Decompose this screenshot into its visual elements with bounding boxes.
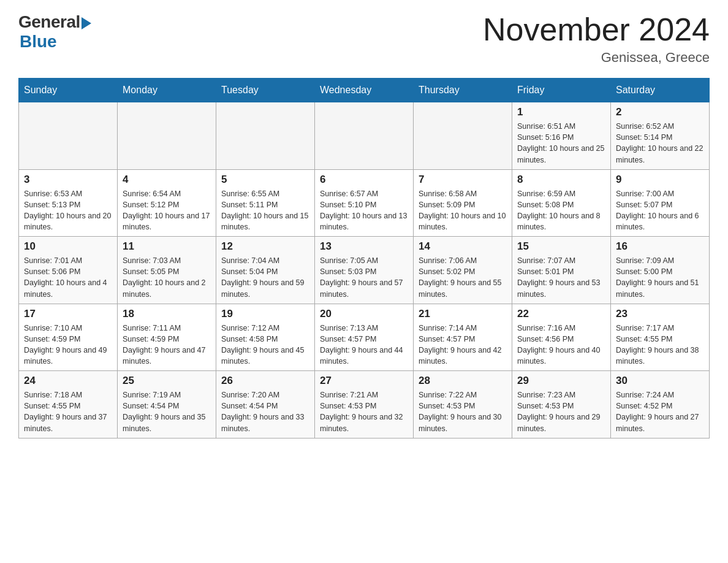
day-number: 23 <box>616 308 704 320</box>
day-info: Sunrise: 7:10 AM Sunset: 4:59 PM Dayligh… <box>24 323 112 367</box>
day-info: Sunrise: 7:13 AM Sunset: 4:57 PM Dayligh… <box>320 323 408 367</box>
day-number: 27 <box>320 375 408 387</box>
day-number: 5 <box>221 174 309 186</box>
weekday-header-thursday: Thursday <box>414 79 512 102</box>
calendar-cell: 8Sunrise: 6:59 AM Sunset: 5:08 PM Daylig… <box>512 169 611 237</box>
day-number: 15 <box>517 240 605 253</box>
day-info: Sunrise: 7:24 AM Sunset: 4:52 PM Dayligh… <box>616 389 704 434</box>
day-info: Sunrise: 7:01 AM Sunset: 5:06 PM Dayligh… <box>24 255 112 300</box>
calendar-cell: 12Sunrise: 7:04 AM Sunset: 5:04 PM Dayli… <box>216 237 315 304</box>
day-info: Sunrise: 7:04 AM Sunset: 5:04 PM Dayligh… <box>221 255 309 300</box>
day-info: Sunrise: 7:05 AM Sunset: 5:03 PM Dayligh… <box>320 255 408 300</box>
calendar-cell: 15Sunrise: 7:07 AM Sunset: 5:01 PM Dayli… <box>512 237 611 304</box>
calendar-week-1: 1Sunrise: 6:51 AM Sunset: 5:16 PM Daylig… <box>19 102 710 170</box>
calendar-cell: 18Sunrise: 7:11 AM Sunset: 4:59 PM Dayli… <box>118 304 216 371</box>
day-number: 16 <box>616 240 704 253</box>
day-number: 3 <box>24 174 112 186</box>
day-info: Sunrise: 6:52 AM Sunset: 5:14 PM Dayligh… <box>616 121 704 166</box>
day-info: Sunrise: 7:12 AM Sunset: 4:58 PM Dayligh… <box>221 323 309 367</box>
calendar-cell: 2Sunrise: 6:52 AM Sunset: 5:14 PM Daylig… <box>611 102 710 170</box>
weekday-header-tuesday: Tuesday <box>216 79 315 102</box>
day-info: Sunrise: 7:14 AM Sunset: 4:57 PM Dayligh… <box>419 323 507 367</box>
day-number: 12 <box>221 240 309 253</box>
calendar-cell <box>414 102 512 170</box>
calendar-table: SundayMondayTuesdayWednesdayThursdayFrid… <box>18 78 710 439</box>
calendar-location: Genissea, Greece <box>483 50 710 66</box>
day-number: 6 <box>320 174 408 186</box>
day-number: 11 <box>123 240 211 253</box>
day-info: Sunrise: 6:54 AM Sunset: 5:12 PM Dayligh… <box>123 188 211 233</box>
day-number: 8 <box>517 174 605 186</box>
calendar-cell: 3Sunrise: 6:53 AM Sunset: 5:13 PM Daylig… <box>19 169 118 237</box>
day-info: Sunrise: 7:07 AM Sunset: 5:01 PM Dayligh… <box>517 255 605 300</box>
calendar-cell <box>19 102 118 170</box>
day-number: 28 <box>419 375 507 387</box>
calendar-cell: 13Sunrise: 7:05 AM Sunset: 5:03 PM Dayli… <box>315 237 414 304</box>
weekday-header-wednesday: Wednesday <box>315 79 414 102</box>
day-number: 30 <box>616 375 704 387</box>
title-block: November 2024 Genissea, Greece <box>483 12 710 66</box>
day-number: 1 <box>517 106 605 118</box>
calendar-week-2: 3Sunrise: 6:53 AM Sunset: 5:13 PM Daylig… <box>19 169 710 237</box>
day-number: 17 <box>24 308 112 320</box>
day-info: Sunrise: 7:22 AM Sunset: 4:53 PM Dayligh… <box>419 389 507 434</box>
calendar-cell: 22Sunrise: 7:16 AM Sunset: 4:56 PM Dayli… <box>512 304 611 371</box>
calendar-cell: 1Sunrise: 6:51 AM Sunset: 5:16 PM Daylig… <box>512 102 611 170</box>
day-info: Sunrise: 7:06 AM Sunset: 5:02 PM Dayligh… <box>419 255 507 300</box>
page-header: General Blue November 2024 Genissea, Gre… <box>18 12 710 66</box>
day-info: Sunrise: 6:53 AM Sunset: 5:13 PM Dayligh… <box>24 188 112 233</box>
calendar-week-4: 17Sunrise: 7:10 AM Sunset: 4:59 PM Dayli… <box>19 304 710 371</box>
calendar-week-5: 24Sunrise: 7:18 AM Sunset: 4:55 PM Dayli… <box>19 371 710 439</box>
calendar-cell: 26Sunrise: 7:20 AM Sunset: 4:54 PM Dayli… <box>216 371 315 439</box>
calendar-cell: 4Sunrise: 6:54 AM Sunset: 5:12 PM Daylig… <box>118 169 216 237</box>
day-number: 4 <box>123 174 211 186</box>
calendar-cell: 25Sunrise: 7:19 AM Sunset: 4:54 PM Dayli… <box>118 371 216 439</box>
logo: General Blue <box>18 12 91 52</box>
day-info: Sunrise: 7:16 AM Sunset: 4:56 PM Dayligh… <box>517 323 605 367</box>
day-info: Sunrise: 6:59 AM Sunset: 5:08 PM Dayligh… <box>517 188 605 233</box>
weekday-row: SundayMondayTuesdayWednesdayThursdayFrid… <box>19 79 710 102</box>
calendar-cell: 29Sunrise: 7:23 AM Sunset: 4:53 PM Dayli… <box>512 371 611 439</box>
day-info: Sunrise: 7:23 AM Sunset: 4:53 PM Dayligh… <box>517 389 605 434</box>
calendar-week-3: 10Sunrise: 7:01 AM Sunset: 5:06 PM Dayli… <box>19 237 710 304</box>
logo-general-text: General <box>18 12 80 32</box>
day-number: 18 <box>123 308 211 320</box>
logo-arrow-icon <box>82 17 91 29</box>
day-number: 22 <box>517 308 605 320</box>
day-number: 24 <box>24 375 112 387</box>
day-number: 13 <box>320 240 408 253</box>
day-info: Sunrise: 6:55 AM Sunset: 5:11 PM Dayligh… <box>221 188 309 233</box>
day-number: 20 <box>320 308 408 320</box>
day-number: 14 <box>419 240 507 253</box>
day-number: 26 <box>221 375 309 387</box>
day-info: Sunrise: 6:58 AM Sunset: 5:09 PM Dayligh… <box>419 188 507 233</box>
day-number: 2 <box>616 106 704 118</box>
calendar-cell: 5Sunrise: 6:55 AM Sunset: 5:11 PM Daylig… <box>216 169 315 237</box>
weekday-header-saturday: Saturday <box>611 79 710 102</box>
calendar-body: 1Sunrise: 6:51 AM Sunset: 5:16 PM Daylig… <box>19 102 710 439</box>
calendar-cell: 30Sunrise: 7:24 AM Sunset: 4:52 PM Dayli… <box>611 371 710 439</box>
day-info: Sunrise: 7:19 AM Sunset: 4:54 PM Dayligh… <box>123 389 211 434</box>
day-info: Sunrise: 6:51 AM Sunset: 5:16 PM Dayligh… <box>517 121 605 166</box>
day-info: Sunrise: 7:00 AM Sunset: 5:07 PM Dayligh… <box>616 188 704 233</box>
calendar-cell: 21Sunrise: 7:14 AM Sunset: 4:57 PM Dayli… <box>414 304 512 371</box>
calendar-cell <box>216 102 315 170</box>
day-number: 10 <box>24 240 112 253</box>
calendar-cell: 27Sunrise: 7:21 AM Sunset: 4:53 PM Dayli… <box>315 371 414 439</box>
calendar-cell: 28Sunrise: 7:22 AM Sunset: 4:53 PM Dayli… <box>414 371 512 439</box>
calendar-header: SundayMondayTuesdayWednesdayThursdayFrid… <box>19 79 710 102</box>
calendar-cell: 10Sunrise: 7:01 AM Sunset: 5:06 PM Dayli… <box>19 237 118 304</box>
day-number: 29 <box>517 375 605 387</box>
day-number: 25 <box>123 375 211 387</box>
calendar-cell: 9Sunrise: 7:00 AM Sunset: 5:07 PM Daylig… <box>611 169 710 237</box>
calendar-cell <box>315 102 414 170</box>
day-info: Sunrise: 7:21 AM Sunset: 4:53 PM Dayligh… <box>320 389 408 434</box>
weekday-header-monday: Monday <box>118 79 216 102</box>
day-info: Sunrise: 7:09 AM Sunset: 5:00 PM Dayligh… <box>616 255 704 300</box>
day-number: 7 <box>419 174 507 186</box>
day-info: Sunrise: 7:11 AM Sunset: 4:59 PM Dayligh… <box>123 323 211 367</box>
weekday-header-friday: Friday <box>512 79 611 102</box>
calendar-cell: 16Sunrise: 7:09 AM Sunset: 5:00 PM Dayli… <box>611 237 710 304</box>
calendar-cell: 11Sunrise: 7:03 AM Sunset: 5:05 PM Dayli… <box>118 237 216 304</box>
calendar-cell: 20Sunrise: 7:13 AM Sunset: 4:57 PM Dayli… <box>315 304 414 371</box>
